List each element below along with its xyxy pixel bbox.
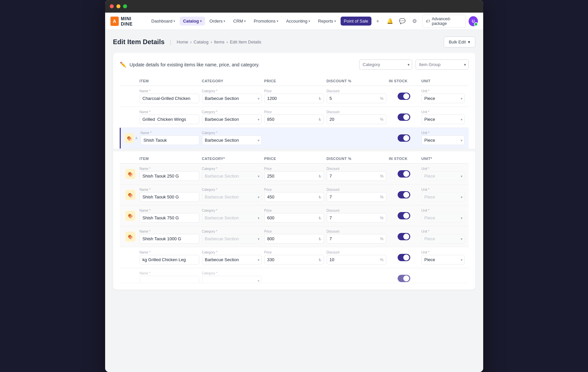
category-label: Category *	[202, 271, 262, 275]
in-stock-toggle[interactable]	[398, 233, 410, 240]
nav-right: + 🔔 💬 ⚙ 🏷 Advanced-package U	[373, 15, 478, 28]
group-filter[interactable]: Item Group	[416, 59, 469, 70]
name-label: Name *	[140, 188, 199, 191]
discount-field-group: Discount %	[327, 110, 386, 124]
discount-input[interactable]	[327, 94, 386, 103]
in-stock-toggle[interactable]	[398, 254, 410, 261]
price-input[interactable]	[264, 213, 324, 223]
percent-symbol: %	[380, 96, 384, 101]
currency-symbol: ₺	[319, 258, 321, 262]
page-content: Edit Item Details | Home › Catalog › Ite…	[105, 30, 483, 372]
category-select[interactable]: Barbecue Section	[202, 114, 262, 124]
name-label: Name *	[140, 209, 199, 212]
in-stock-toggle[interactable]	[398, 93, 410, 100]
price-input[interactable]	[264, 255, 324, 264]
currency-symbol: ₺	[319, 96, 321, 101]
currency-symbol: ₺	[319, 195, 321, 199]
name-input[interactable]	[140, 114, 199, 124]
price-input[interactable]	[264, 171, 324, 181]
col-instock: IN STOCK	[389, 157, 419, 161]
category-select[interactable]: Barbecue Section	[202, 135, 262, 145]
close-dot[interactable]	[110, 4, 114, 8]
section-divider	[113, 149, 475, 151]
breadcrumb-catalog[interactable]: Catalog	[194, 39, 209, 44]
name-input[interactable]	[140, 171, 199, 181]
name-input[interactable]	[140, 234, 199, 244]
discount-input[interactable]	[327, 213, 386, 223]
percent-symbol: %	[380, 174, 384, 179]
name-label: Name *	[140, 251, 199, 254]
logo[interactable]: A MINI DINE	[110, 16, 143, 27]
price-input[interactable]	[264, 94, 324, 103]
breadcrumb-home[interactable]: Home	[177, 39, 188, 44]
in-stock-toggle[interactable]	[398, 275, 410, 282]
nav-item-accounting[interactable]: Accounting ▾	[283, 17, 313, 26]
unit-field-group: Unit * Piece	[422, 230, 465, 244]
user-avatar[interactable]: U	[469, 16, 478, 26]
nav-item-pos[interactable]: Point of Sale	[341, 17, 372, 26]
price-input[interactable]	[264, 114, 324, 124]
notifications-button[interactable]: 🔔	[385, 16, 395, 27]
nav-item-crm[interactable]: CRM ▾	[230, 17, 249, 26]
in-stock-toggle[interactable]	[398, 134, 410, 142]
maximize-dot[interactable]	[123, 4, 127, 8]
chevron-icon: ▾	[277, 19, 278, 23]
bulk-edit-button[interactable]: Bulk Edit ▾	[444, 37, 475, 47]
unit-select[interactable]: Piece	[422, 255, 465, 264]
discount-input[interactable]	[327, 171, 386, 181]
breadcrumb-items[interactable]: Items	[214, 39, 225, 44]
name-input[interactable]	[140, 192, 199, 202]
unit-select[interactable]: Piece	[422, 135, 465, 145]
discount-label: Discount	[327, 251, 386, 254]
chat-button[interactable]: 💬	[398, 16, 407, 27]
filter-row: Category Barbecue Section Item Group	[359, 59, 469, 70]
name-input[interactable]	[140, 213, 199, 223]
name-input[interactable]	[140, 94, 199, 103]
discount-input[interactable]	[327, 255, 386, 264]
edit-icon: ✏️	[120, 61, 126, 68]
nav-item-promotions[interactable]: Promotions ▾	[250, 17, 282, 26]
chevron-icon: ▾	[173, 19, 175, 23]
add-button[interactable]: +	[373, 16, 382, 27]
name-input[interactable]	[140, 276, 199, 283]
price-input[interactable]	[264, 192, 324, 202]
in-stock-toggle[interactable]	[398, 113, 410, 121]
name-input[interactable]	[140, 255, 199, 264]
settings-button[interactable]: ⚙	[410, 16, 420, 27]
unit-select[interactable]: Piece	[422, 94, 465, 103]
discount-input[interactable]	[327, 234, 386, 244]
category-select[interactable]	[202, 276, 262, 283]
in-stock-toggle[interactable]	[398, 170, 410, 178]
unit-select: Piece	[422, 234, 465, 244]
nav-item-reports[interactable]: Reports ▾	[315, 17, 339, 26]
expand-arrow[interactable]: ∧	[135, 136, 138, 140]
discount-field-group: Discount %	[327, 188, 386, 202]
category-label: Category *	[202, 89, 262, 93]
chevron-icon: ▾	[308, 19, 310, 23]
in-stock-toggle[interactable]	[398, 191, 410, 198]
col-category: CATEGORY	[202, 79, 262, 83]
minimize-dot[interactable]	[116, 4, 120, 8]
category-select[interactable]: Barbecue Section	[202, 94, 262, 103]
in-stock-toggle[interactable]	[398, 212, 410, 219]
category-label: Category *	[202, 131, 262, 135]
nav-item-catalog[interactable]: Catalog ▾	[180, 17, 205, 26]
chevron-down-icon: ▾	[468, 39, 470, 44]
col-discount: DISCOUNT %	[327, 157, 386, 161]
discount-input[interactable]	[327, 114, 386, 124]
discount-input[interactable]	[327, 192, 386, 202]
name-input[interactable]	[141, 135, 199, 145]
category-filter[interactable]: Category Barbecue Section	[359, 59, 412, 70]
nav-item-orders[interactable]: Orders ▾	[206, 17, 229, 26]
category-field-group: Category *	[202, 271, 262, 283]
nav-item-dashboard[interactable]: Dashboard ▾	[148, 17, 178, 26]
item-icon: 🍖	[125, 133, 134, 143]
unit-label: Unit *	[422, 110, 465, 114]
unit-select[interactable]: Piece	[422, 114, 465, 124]
table-row: 🍖 ∧ Name * Category * Barbecue Section	[120, 128, 469, 149]
advanced-package-btn[interactable]: 🏷 Advanced-package	[422, 15, 466, 28]
category-select[interactable]: Barbecue Section	[202, 255, 262, 264]
price-input[interactable]	[264, 234, 324, 244]
breadcrumb: Home › Catalog › Items › Edit Item Detai…	[177, 39, 261, 44]
name-field-group: Name *	[140, 188, 199, 202]
